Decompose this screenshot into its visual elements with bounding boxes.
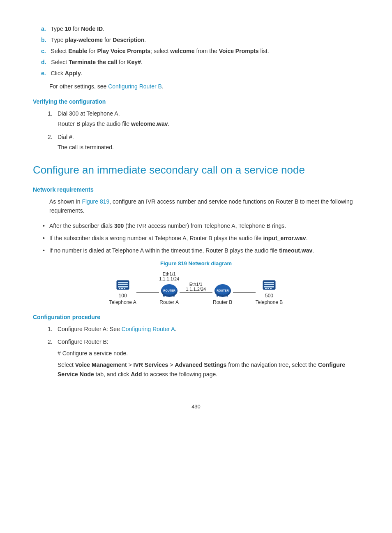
svg-rect-4 — [119, 288, 120, 289]
config-step-1: 1. Configure Router A: See Configuring R… — [58, 324, 359, 334]
verifying-heading: Verifying the configuration — [33, 98, 359, 105]
step-e: e. Click Apply. — [41, 69, 359, 78]
connector-a — [136, 292, 159, 306]
step-e-val: Apply — [65, 70, 81, 76]
telephone-b-icon — [261, 277, 277, 293]
router-a-icon: ROUTER — [159, 282, 180, 299]
step-a-val: 10 — [65, 25, 71, 32]
step-a-field: Node ID — [81, 25, 103, 32]
config-step-2-sub1: # Configure a service node. — [58, 349, 359, 358]
svg-rect-2 — [118, 284, 128, 285]
configuring-router-b-link[interactable]: Configuring Router B — [108, 83, 162, 90]
svg-rect-27 — [265, 288, 267, 289]
svg-rect-20 — [221, 294, 223, 297]
step-a: a. Type 10 for Node ID. — [41, 25, 359, 33]
phone-b-label: Telephone B — [256, 299, 283, 306]
line-middle — [180, 292, 212, 293]
step-c: c. Select Enable for Play Voice Prompts;… — [41, 47, 359, 56]
telephone-a-group: 100 Telephone A — [109, 277, 136, 306]
svg-rect-21 — [224, 294, 226, 297]
svg-rect-19 — [219, 294, 221, 297]
svg-rect-25 — [264, 284, 274, 285]
svg-rect-6 — [124, 288, 125, 289]
other-settings-note: For other settings, see Configuring Rout… — [49, 82, 359, 91]
step-c-field2: Voice Prompts — [219, 48, 259, 54]
connector-b — [233, 292, 256, 306]
step-c-label: c. — [41, 48, 46, 54]
telephone-a-icon — [115, 277, 131, 293]
verify-step-1-sub: Router B plays the audio file welcome.wa… — [58, 119, 359, 128]
alpha-steps-list: a. Type 10 for Node ID. b. Type play-wel… — [33, 25, 359, 78]
line-a — [136, 292, 159, 293]
figure-label: Figure 819 Network diagram — [33, 260, 359, 266]
bullet-list: After the subscriber dials 300 (the IVR … — [33, 221, 359, 255]
bullet-item-1: After the subscriber dials 300 (the IVR … — [49, 221, 359, 230]
router-a-group: Eth1/1 1.1.1.1/24 ROUTER Router A — [159, 271, 180, 306]
phone-a-label: Telephone A — [109, 299, 136, 306]
svg-rect-24 — [264, 282, 274, 283]
step-a-label: a. — [41, 25, 46, 32]
svg-rect-26 — [264, 286, 274, 287]
bullet-item-3: If no number is dialed at Telephone A wi… — [49, 246, 359, 255]
svg-rect-14 — [173, 294, 175, 297]
phone-b-num: 500 — [265, 293, 273, 299]
step-d: d. Select Terminate the call for Key#. — [41, 58, 359, 67]
phone-a-num: 100 — [119, 293, 127, 299]
svg-rect-10 — [163, 294, 165, 297]
config-step-2: 2. Configure Router B: # Configure a ser… — [58, 337, 359, 379]
page-footer: 430 — [33, 403, 359, 410]
svg-rect-11 — [166, 294, 167, 297]
verifying-list: 1. Dial 300 at Telephone A. Router B pla… — [33, 109, 359, 152]
step-e-label: e. — [41, 70, 46, 76]
svg-text:ROUTER: ROUTER — [163, 289, 175, 292]
network-req-intro: As shown in Figure 819, configure an IVR… — [49, 197, 359, 216]
svg-rect-28 — [267, 288, 269, 289]
svg-rect-22 — [226, 294, 228, 297]
svg-rect-5 — [121, 288, 123, 289]
svg-rect-13 — [171, 294, 172, 297]
step-c-field1: Play Voice Prompts — [97, 48, 150, 54]
svg-rect-1 — [118, 282, 128, 283]
svg-text:ROUTER: ROUTER — [217, 289, 229, 292]
router-b-group: ROUTER Router B — [212, 282, 233, 306]
telephone-b-group: 500 Telephone B — [256, 277, 283, 306]
svg-rect-29 — [270, 288, 272, 289]
network-diagram: 100 Telephone A Eth1/1 1.1.1.1/24 ROUTER… — [33, 271, 359, 306]
step-b: b. Type play-welcome for Description. — [41, 36, 359, 44]
line-b — [233, 292, 256, 293]
step-d-field: Key# — [127, 59, 141, 65]
configuring-router-a-link[interactable]: Configuring Router A — [122, 326, 175, 332]
step-b-field: Description — [113, 37, 144, 43]
config-steps-list: 1. Configure Router A: See Configuring R… — [33, 324, 359, 379]
svg-rect-3 — [118, 286, 128, 287]
step-c-val2: welcome — [170, 48, 194, 54]
router-b-label: Router B — [213, 299, 232, 306]
network-req-heading: Network requirements — [33, 186, 359, 193]
figure-819-link[interactable]: Figure 819 — [82, 198, 109, 205]
config-proc-heading: Configuration procedure — [33, 314, 359, 320]
step-c-val1: Enable — [68, 48, 87, 54]
bullet-item-2: If the subscriber dials a wrong number a… — [49, 234, 359, 243]
step-d-label: d. — [41, 59, 46, 65]
chapter-title: Configure an immediate secondary call on… — [33, 163, 359, 177]
verify-step-2-sub: The call is terminated. — [58, 143, 359, 152]
verify-step-2: 2. Dial #. The call is terminated. — [58, 132, 359, 152]
connector-middle: Eth1/1 1.1.1.2/24 — [180, 282, 212, 306]
svg-rect-12 — [168, 294, 170, 297]
step-b-label: b. — [41, 37, 46, 43]
step-b-val: play-welcome — [65, 37, 103, 43]
config-step-2-sub2: Select Voice Management > IVR Services >… — [58, 360, 359, 379]
eth1-a-top: Eth1/1 1.1.1.1/24 — [159, 271, 179, 281]
page-number: 430 — [191, 403, 201, 410]
verify-step-1: 1. Dial 300 at Telephone A. Router B pla… — [58, 109, 359, 128]
router-b-icon: ROUTER — [212, 282, 233, 299]
eth1-b-labels: Eth1/1 1.1.1.2/24 — [186, 282, 206, 292]
router-a-label: Router A — [159, 299, 179, 306]
svg-rect-18 — [217, 294, 218, 297]
step-d-val: Terminate the call — [69, 59, 117, 65]
